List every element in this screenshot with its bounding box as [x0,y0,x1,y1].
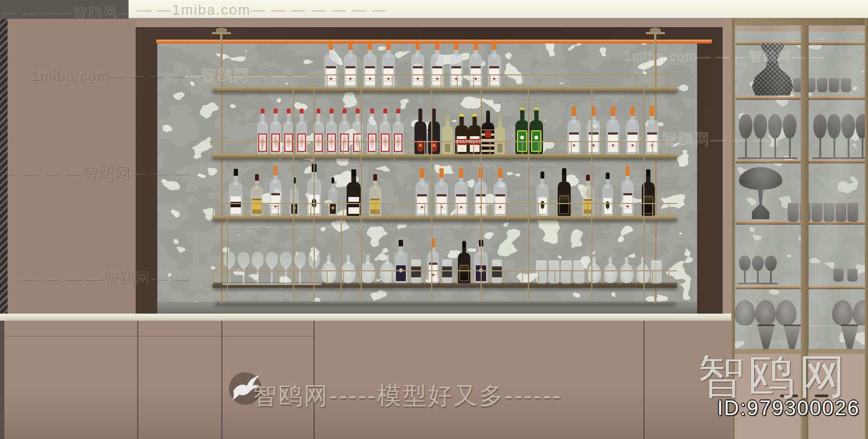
watermark-tagline: 智鸥网-----模型好又多------ [253,380,562,412]
shelf-front-rail-3 [213,203,677,217]
left-dark-edge [0,321,4,439]
cabinet-stile-right [865,18,868,439]
bar-counter-top [0,314,731,321]
cabinet-seam [643,321,644,439]
cabinet-seam [137,321,138,439]
cabinet-horizontal-seam [0,336,314,336]
shelf-front-rail-4 [213,270,677,284]
shelf-front-rail-1 [213,74,677,88]
cabinet-glass-door-left [735,25,802,350]
rendered-bar-cabinet-scene: BEERBEER — — ——智鸥网— — — —— —1miba.com— —… [0,0,868,439]
cabinet-seam [221,321,222,439]
model-id-text: ID:979300026 [717,397,860,420]
shelf-rod-lower [341,217,342,302]
shelf-front-rail-2 [213,141,677,155]
shelf-rod-lower [227,217,228,302]
cabinet-glass-door-right [808,25,867,350]
